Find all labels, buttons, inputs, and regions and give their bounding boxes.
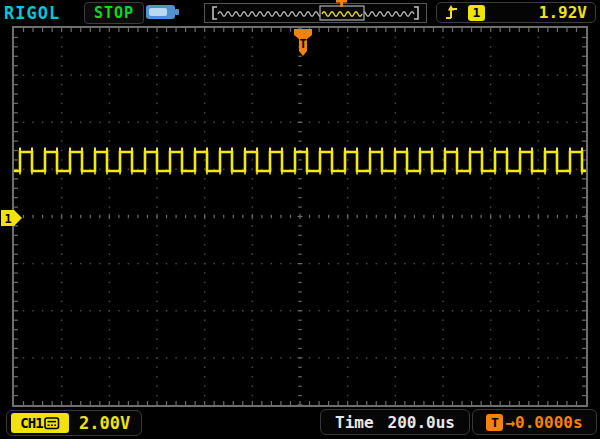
trigger-source-badge: 1 <box>468 5 485 21</box>
channel1-name: CH1 <box>20 415 42 431</box>
dc-coupling-icon <box>44 417 60 430</box>
oscilloscope-screen: RIGOL STOP 1 1.92V T 1 CH1 <box>0 0 600 439</box>
trigger-marker-label: T <box>299 37 306 51</box>
brand-logo: RIGOL <box>4 3 60 23</box>
battery-icon <box>145 3 181 21</box>
trigger-readout-box: 1 1.92V <box>436 2 596 23</box>
horizontal-position-bar[interactable] <box>204 0 428 24</box>
rising-edge-trigger-icon <box>445 4 458 21</box>
ch1-trace <box>14 148 586 175</box>
trigger-offset-box[interactable]: T →0.0000s <box>472 409 597 435</box>
channel1-status-box[interactable]: CH1 2.00V <box>6 410 142 436</box>
channel1-marker-label: 1 <box>4 212 11 226</box>
grid-dots <box>14 28 586 405</box>
channel1-scale-value: 2.00V <box>79 413 130 433</box>
trigger-offset-badge: T <box>486 414 503 431</box>
timebase-status-box[interactable]: Time 200.0us <box>320 409 470 435</box>
waveform-display: T <box>14 28 586 405</box>
run-status-label: STOP <box>94 4 134 22</box>
trigger-offset-value: →0.0000s <box>505 413 582 432</box>
timebase-label: Time <box>335 413 374 432</box>
timebase-value: 200.0us <box>388 413 455 432</box>
run-status-box: STOP <box>84 2 144 24</box>
channel1-badge: CH1 <box>11 413 69 433</box>
channel1-position-marker[interactable]: 1 <box>1 208 25 228</box>
trigger-level-value: 1.92V <box>539 3 587 22</box>
